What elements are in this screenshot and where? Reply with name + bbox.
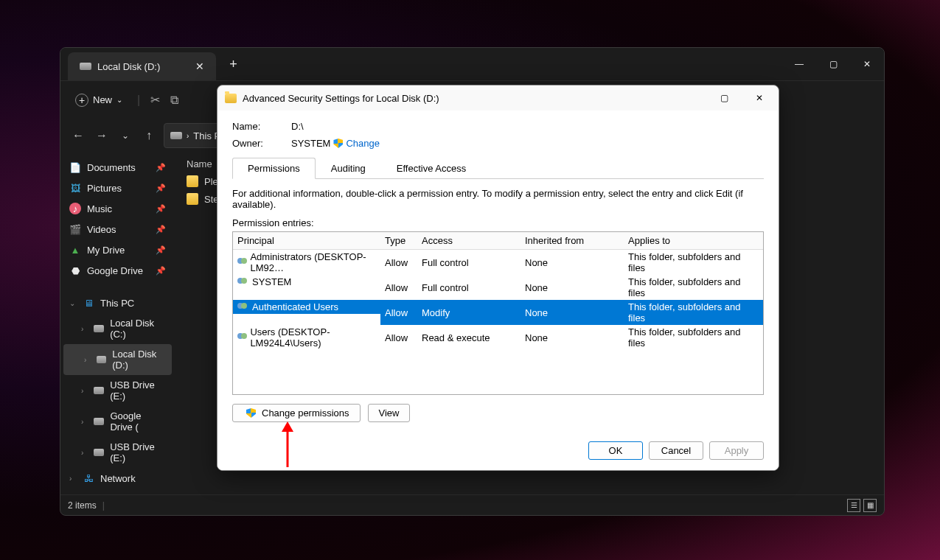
expand-icon[interactable]: › bbox=[69, 475, 77, 483]
button-label: View bbox=[379, 407, 400, 419]
ok-button[interactable]: OK bbox=[588, 441, 643, 460]
expand-icon[interactable]: ⌄ bbox=[69, 299, 77, 307]
icons-view-button[interactable]: ▦ bbox=[863, 499, 877, 512]
inherited-cell: None bbox=[521, 325, 624, 350]
permission-row[interactable]: SYSTEM Allow Full control None This fold… bbox=[233, 275, 763, 300]
music-icon: ♪ bbox=[69, 203, 81, 214]
sidebar-item-googledrive[interactable]: ⬣Google Drive📌 bbox=[60, 260, 175, 281]
folder-icon bbox=[187, 175, 198, 187]
sidebar-item-documents[interactable]: 📄Documents📌 bbox=[60, 157, 175, 178]
folder-icon bbox=[225, 94, 237, 103]
cancel-button[interactable]: Cancel bbox=[649, 441, 703, 460]
applies-cell: This folder, subfolders and files bbox=[624, 250, 763, 276]
entries-label: Permission entries: bbox=[232, 214, 764, 231]
sidebar-item-google-drive-vol[interactable]: ›Google Drive ( bbox=[60, 406, 175, 437]
copy-icon[interactable]: ⧉ bbox=[170, 94, 178, 107]
up-button[interactable]: ↑ bbox=[140, 127, 158, 144]
sidebar-label: Google Drive ( bbox=[110, 410, 166, 433]
access-cell: Full control bbox=[417, 275, 521, 300]
sidebar-label: Pictures bbox=[87, 183, 122, 194]
users-icon bbox=[237, 303, 249, 312]
access-cell: Read & execute bbox=[417, 325, 521, 350]
access-cell: Full control bbox=[417, 250, 521, 276]
disk-icon bbox=[94, 387, 104, 394]
dialog-close-button[interactable]: ✕ bbox=[745, 88, 774, 108]
view-button[interactable]: View bbox=[368, 404, 411, 422]
tab-effective-access[interactable]: Effective Access bbox=[381, 158, 481, 178]
sidebar-item-this-pc[interactable]: ⌄🖥This PC bbox=[60, 293, 175, 313]
users-icon bbox=[237, 258, 247, 267]
inherited-cell: None bbox=[521, 250, 624, 276]
apply-button[interactable]: Apply bbox=[709, 441, 764, 460]
sidebar-item-pictures[interactable]: 🖼Pictures📌 bbox=[60, 178, 175, 198]
sidebar-item-usb-drive-2[interactable]: ›USB Drive (E:) bbox=[60, 437, 175, 468]
sidebar-item-videos[interactable]: 🎬Videos📌 bbox=[60, 219, 175, 239]
change-owner-link[interactable]: Change bbox=[346, 138, 380, 149]
principal-name: SYSTEM bbox=[252, 276, 291, 287]
owner-label: Owner: bbox=[232, 138, 291, 149]
sidebar-label: Google Drive bbox=[87, 265, 143, 276]
name-value: D:\ bbox=[291, 121, 304, 132]
sidebar-item-mydrive[interactable]: ▲My Drive📌 bbox=[60, 239, 175, 260]
permission-row[interactable]: Users (DESKTOP-LM924L4\Users) Allow Read… bbox=[233, 325, 763, 350]
pin-icon: 📌 bbox=[156, 163, 166, 172]
chevron-down-icon: ⌄ bbox=[116, 96, 122, 104]
dialog-footer: OK Cancel Apply bbox=[232, 430, 764, 460]
details-view-button[interactable]: ☰ bbox=[847, 499, 860, 512]
maximize-button[interactable]: ▢ bbox=[816, 50, 850, 78]
plus-icon: + bbox=[75, 94, 88, 107]
back-button[interactable]: ← bbox=[69, 127, 87, 144]
forward-button[interactable]: → bbox=[93, 127, 111, 144]
dialog-tabs: Permissions Auditing Effective Access bbox=[232, 158, 764, 179]
cut-icon[interactable]: ✂ bbox=[150, 93, 160, 107]
network-icon: 🖧 bbox=[83, 472, 94, 484]
history-dropdown[interactable]: ⌄ bbox=[116, 127, 134, 144]
dialog-maximize-button[interactable]: ▢ bbox=[709, 88, 739, 108]
explorer-titlebar: Local Disk (D:) ✕ + — ▢ ✕ bbox=[60, 48, 884, 80]
permission-action-buttons: Change permissions View bbox=[232, 404, 764, 422]
dialog-title: Advanced Security Settings for Local Dis… bbox=[243, 93, 439, 104]
close-button[interactable]: ✕ bbox=[850, 50, 884, 78]
button-label: Change permissions bbox=[262, 407, 349, 419]
sidebar-item-usb-drive[interactable]: ›USB Drive (E:) bbox=[60, 375, 175, 406]
new-tab-button[interactable]: + bbox=[222, 52, 245, 77]
picture-icon: 🖼 bbox=[69, 182, 81, 194]
permission-row[interactable]: Administrators (DESKTOP-LM92… Allow Full… bbox=[233, 250, 763, 276]
disk-icon bbox=[80, 63, 91, 70]
expand-icon[interactable]: › bbox=[81, 449, 88, 457]
col-principal[interactable]: Principal bbox=[233, 232, 380, 250]
sidebar-label: Music bbox=[87, 203, 112, 214]
users-icon bbox=[237, 333, 247, 342]
expand-icon[interactable]: › bbox=[81, 387, 88, 395]
advanced-security-dialog: Advanced Security Settings for Local Dis… bbox=[217, 85, 779, 471]
minimize-button[interactable]: — bbox=[782, 50, 816, 78]
explorer-tab[interactable]: Local Disk (D:) ✕ bbox=[68, 52, 216, 80]
applies-cell: This folder, subfolders and files bbox=[624, 300, 763, 325]
sidebar-item-local-disk-d[interactable]: ›Local Disk (D:) bbox=[63, 344, 172, 375]
permission-entries-table[interactable]: Principal Type Access Inherited from App… bbox=[232, 231, 764, 395]
change-permissions-button[interactable]: Change permissions bbox=[232, 404, 361, 422]
drive-icon: ▲ bbox=[69, 244, 81, 256]
col-type[interactable]: Type bbox=[380, 232, 417, 250]
video-icon: 🎬 bbox=[69, 223, 81, 235]
new-button[interactable]: + New ⌄ bbox=[71, 91, 127, 110]
principal-name: Administrators (DESKTOP-LM92… bbox=[250, 251, 376, 273]
col-inherited[interactable]: Inherited from bbox=[521, 232, 624, 250]
expand-icon[interactable]: › bbox=[84, 356, 91, 364]
sidebar-label: USB Drive (E:) bbox=[110, 441, 166, 463]
tab-permissions[interactable]: Permissions bbox=[232, 158, 316, 179]
tab-auditing[interactable]: Auditing bbox=[316, 158, 381, 178]
sidebar-item-music[interactable]: ♪Music📌 bbox=[60, 198, 175, 219]
expand-icon[interactable]: › bbox=[81, 418, 88, 426]
window-controls: — ▢ ✕ bbox=[782, 50, 884, 78]
principal-name: Users (DESKTOP-LM924L4\Users) bbox=[250, 326, 376, 349]
permission-row[interactable]: Authenticated Users Allow Modify None Th… bbox=[233, 300, 763, 325]
col-applies[interactable]: Applies to bbox=[624, 232, 763, 250]
shield-icon bbox=[246, 408, 256, 418]
expand-icon[interactable]: › bbox=[81, 325, 88, 333]
sidebar-item-network[interactable]: ›🖧Network bbox=[60, 468, 175, 489]
info-text: For additional information, double-click… bbox=[232, 179, 764, 214]
sidebar-item-local-disk-c[interactable]: ›Local Disk (C:) bbox=[60, 313, 175, 344]
col-access[interactable]: Access bbox=[417, 232, 521, 250]
tab-close-icon[interactable]: ✕ bbox=[195, 60, 204, 72]
